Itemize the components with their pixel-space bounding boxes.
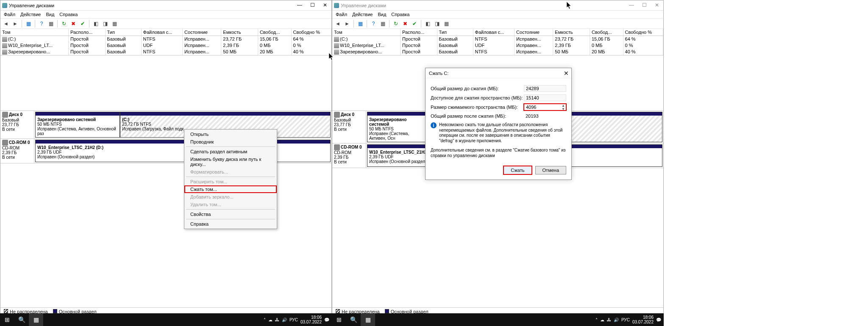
dialog-close-button[interactable]: ✕ [564,70,569,77]
column-header[interactable]: Файловая с... [473,29,515,36]
toolbar-button[interactable]: ◨ [433,20,441,28]
toolbar-button[interactable]: ▦ [47,20,55,28]
column-header[interactable]: Емкость [221,29,258,36]
volume-list[interactable]: ТомРасполо...ТипФайловая с...СостояниеЕм… [0,29,331,55]
context-menu-item[interactable]: Изменить букву диска или путь к диску... [184,155,277,168]
column-header[interactable]: Том [332,29,401,36]
context-menu-item[interactable]: Открыть [184,130,277,138]
menu-help[interactable]: Справка [391,12,409,17]
tray-chevron-icon[interactable]: ˄ [595,318,598,322]
check-icon[interactable]: ✔ [79,20,86,28]
context-menu-item[interactable]: Сжать том... [184,185,277,193]
start-button[interactable]: ⊞ [332,313,346,326]
tray-notifications-icon[interactable]: 💬 [324,318,329,322]
column-header[interactable]: Располо... [69,29,106,36]
search-icon[interactable]: 🔍 [346,313,361,326]
menu-action[interactable]: Действие [352,12,373,17]
taskbar-app-diskmgmt[interactable]: ▦ [29,313,43,326]
menu-view[interactable]: Вид [46,12,54,17]
column-header[interactable]: Состояние [183,29,221,36]
forward-icon[interactable]: ► [343,20,351,28]
menu-help[interactable]: Справка [59,12,78,17]
tray-network-icon[interactable]: 🖧 [607,318,611,322]
refresh-icon[interactable]: ↻ [60,20,68,28]
close-button[interactable]: ✕ [651,0,663,10]
toolbar-button[interactable]: ◧ [92,20,100,28]
tray-volume-icon[interactable]: 🔊 [282,318,287,322]
column-header[interactable]: Располо... [401,29,437,36]
shrink-ok-button[interactable]: Сжать [504,166,531,174]
tray-onedrive-icon[interactable]: ☁ [600,318,604,322]
table-row[interactable]: (C:)ПростойБазовыйNTFSИсправен...23,72 Г… [0,36,331,42]
table-row[interactable]: Зарезервировано...ПростойБазовыйNTFSИспр… [332,49,663,55]
volume-list[interactable]: ТомРасполо...ТипФайловая с...СостояниеЕм… [332,29,663,55]
column-header[interactable]: Емкость [553,29,590,36]
partition-reserved[interactable]: Зарезервировано системой 50 МБ NTFS Испр… [367,112,426,142]
tray-clock[interactable]: 18:0603.07.2022 [632,315,654,324]
partition-cdrom[interactable]: W10_Enterprise_LTSC_21H2 (D:) 2,39 ГБ UD… [35,140,331,162]
column-header[interactable]: Тип [105,29,141,36]
column-header[interactable]: Файловая с... [141,29,183,36]
help-icon[interactable]: ? [370,20,377,28]
table-row[interactable]: (C:)ПростойБазовыйNTFSИсправен...23,72 Г… [332,36,663,42]
column-header[interactable]: Том [0,29,69,36]
toolbar-button[interactable]: ▦ [442,20,450,28]
minimize-button[interactable]: — [293,0,306,10]
toolbar-button[interactable]: ▦ [111,20,118,28]
context-menu-item[interactable]: Сделать раздел активным [184,148,277,155]
context-menu-item[interactable]: Проводник [184,138,277,146]
shrink-cancel-button[interactable]: Отмена [535,166,566,174]
delete-icon[interactable]: ✖ [70,20,77,28]
column-header[interactable]: Свободно % [291,29,331,36]
table-row[interactable]: W10_Enterprise_LT...ПростойБазовыйUDFИсп… [0,42,331,49]
search-icon[interactable]: 🔍 [14,313,29,326]
toolbar-button[interactable]: ▦ [25,20,32,28]
spinner-icon[interactable]: ▲▼ [562,104,565,111]
column-header[interactable]: Свобод... [258,29,291,36]
system-tray[interactable]: ˄ ☁ 🖧 🔊 РУС 18:0603.07.2022 💬 [595,315,664,324]
menu-file[interactable]: Файл [4,12,15,17]
shrink-amount-input[interactable]: 4096 ▲▼ [524,104,566,111]
menu-file[interactable]: Файл [336,12,347,17]
toolbar-button[interactable]: ▦ [379,20,387,28]
taskbar-app-diskmgmt[interactable]: ▦ [361,313,375,326]
maximize-button[interactable]: ☐ [638,0,651,10]
close-button[interactable]: ✕ [319,0,331,10]
table-row[interactable]: W10_Enterprise_LT...ПростойБазовыйUDFИсп… [332,42,663,49]
tray-clock[interactable]: 18:0603.07.2022 [300,315,322,324]
delete-icon[interactable]: ✖ [401,20,409,28]
minimize-button[interactable]: — [625,0,638,10]
menu-action[interactable]: Действие [20,12,41,17]
toolbar-button[interactable]: ◧ [424,20,431,28]
cdrom-header[interactable]: CD-ROM 0 CD-ROM 2,39 ГБ В сети [0,139,34,163]
menu-view[interactable]: Вид [378,12,386,17]
refresh-icon[interactable]: ↻ [392,20,400,28]
tray-chevron-icon[interactable]: ˄ [264,318,266,322]
help-icon[interactable]: ? [38,20,45,28]
toolbar-button[interactable]: ◨ [101,20,109,28]
column-header[interactable]: Состояние [515,29,553,36]
context-menu-item[interactable]: Справка [184,220,277,228]
column-header[interactable]: Свобод... [590,29,623,36]
cdrom-header[interactable]: CD-ROM 0 CD-ROM 2,39 ГБ В сети [332,144,366,168]
tray-lang[interactable]: РУС [289,318,298,322]
forward-icon[interactable]: ► [11,20,19,28]
tray-volume-icon[interactable]: 🔊 [614,318,619,322]
back-icon[interactable]: ◄ [334,20,342,28]
check-icon[interactable]: ✔ [411,20,418,28]
tray-network-icon[interactable]: 🖧 [275,318,279,322]
disk-header[interactable]: Диск 0 Базовый 23,77 ГБ В сети [332,111,366,143]
context-menu-item[interactable]: Свойства [184,210,277,218]
tray-notifications-icon[interactable]: 💬 [656,318,661,322]
tray-lang[interactable]: РУС [621,318,630,322]
toolbar-button[interactable]: ▦ [356,20,364,28]
maximize-button[interactable]: ☐ [306,0,319,10]
table-row[interactable]: Зарезервировано...ПростойБазовыйNTFSИспр… [0,49,331,55]
column-header[interactable]: Тип [437,29,473,36]
partition-reserved[interactable]: Зарезервировано системой 50 МБ NTFS Испр… [35,112,120,138]
back-icon[interactable]: ◄ [2,20,10,28]
disk-header[interactable]: Диск 0 Базовый 23,77 ГБ В сети [0,111,34,138]
column-header[interactable]: Свободно % [623,29,663,36]
start-button[interactable]: ⊞ [0,313,14,326]
tray-onedrive-icon[interactable]: ☁ [268,318,273,322]
